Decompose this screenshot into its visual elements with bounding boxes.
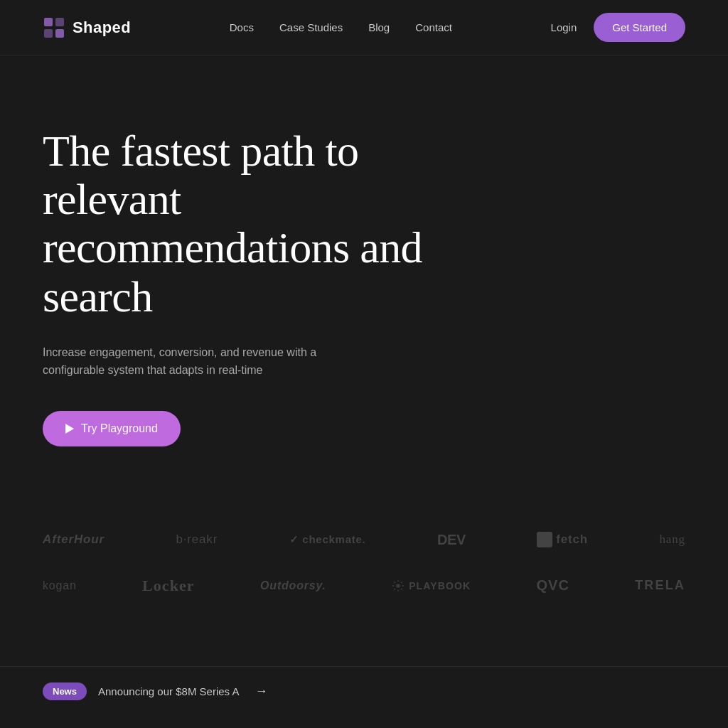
logo-qvc: QVC xyxy=(536,577,569,594)
nav-right: Login Get Started xyxy=(551,13,685,42)
logo-text: Shaped xyxy=(73,18,131,37)
logo-locker: Locker xyxy=(142,577,195,595)
logos-row-1: AfterHour b·reakr ✓ checkmate. DEV fetch… xyxy=(43,532,685,548)
hero-title: The fastest path to relevant recommendat… xyxy=(43,127,441,321)
svg-rect-0 xyxy=(44,18,53,26)
svg-rect-1 xyxy=(55,18,64,26)
svg-rect-2 xyxy=(44,29,53,38)
logo-hang: hang xyxy=(660,532,685,547)
get-started-button[interactable]: Get Started xyxy=(594,13,685,42)
news-badge: News xyxy=(43,682,87,700)
docs-link[interactable]: Docs xyxy=(230,21,254,33)
logo-afterhour: AfterHour xyxy=(43,532,105,547)
logo-dev: DEV xyxy=(437,532,466,548)
navbar: Shaped Docs Case Studies Blog Contact Lo… xyxy=(0,0,728,55)
logo-outdoorsy: Outdoorsy. xyxy=(260,579,326,592)
contact-link[interactable]: Contact xyxy=(415,21,452,33)
logo-checkmate: ✓ checkmate. xyxy=(289,533,366,546)
try-playground-label: Try Playground xyxy=(81,422,158,435)
play-icon xyxy=(65,424,74,434)
news-bar[interactable]: News Announcing our $8M Series A → xyxy=(0,667,728,716)
login-link[interactable]: Login xyxy=(551,21,577,33)
svg-rect-3 xyxy=(55,29,64,38)
logos-row-2: kogan Locker Outdoorsy. PLAYBOOK QVC TRE… xyxy=(43,577,685,595)
playbook-gear-icon xyxy=(392,579,405,592)
blog-link[interactable]: Blog xyxy=(368,21,390,33)
logo-kogan: kogan xyxy=(43,579,77,592)
try-playground-button[interactable]: Try Playground xyxy=(43,411,181,446)
svg-point-4 xyxy=(396,584,400,587)
nav-links: Docs Case Studies Blog Contact xyxy=(230,21,452,33)
news-text: Announcing our $8M Series A xyxy=(98,685,239,697)
logo-playbook: PLAYBOOK xyxy=(392,579,471,592)
hero-section: The fastest path to relevant recommendat… xyxy=(0,55,483,489)
logos-section: AfterHour b·reakr ✓ checkmate. DEV fetch… xyxy=(0,489,728,652)
logo-trela: TRELA xyxy=(635,578,685,593)
fetch-box-icon xyxy=(537,532,552,547)
hero-subtitle: Increase engagement, conversion, and rev… xyxy=(43,343,348,380)
logo-fetch: fetch xyxy=(537,532,588,547)
logo-icon xyxy=(43,16,65,39)
logo-breakr: b·reakr xyxy=(176,532,218,547)
case-studies-link[interactable]: Case Studies xyxy=(279,21,343,33)
logo[interactable]: Shaped xyxy=(43,16,131,39)
news-arrow-icon: → xyxy=(255,684,267,699)
